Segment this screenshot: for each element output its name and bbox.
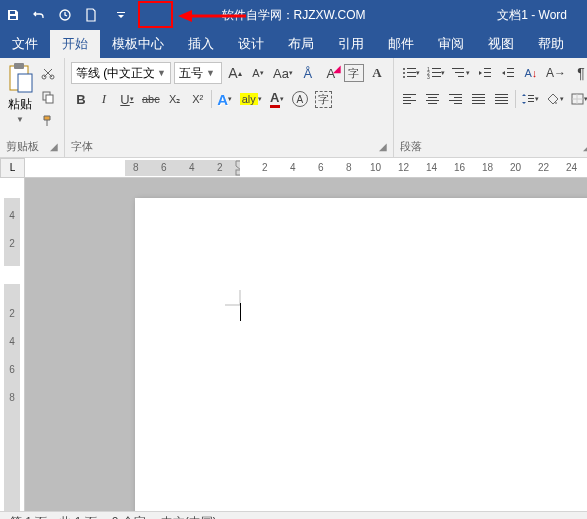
borders-button[interactable]: ▾ — [569, 88, 587, 110]
menu-help[interactable]: 帮助 — [526, 30, 576, 58]
svg-rect-27 — [507, 76, 514, 77]
annotation-highlight-box — [138, 1, 173, 28]
show-marks-button[interactable]: ¶ — [571, 62, 587, 84]
clear-format-button[interactable]: A◢ — [321, 62, 341, 84]
shading-button[interactable]: ▾ — [544, 88, 566, 110]
phonetic-button[interactable]: Å — [298, 62, 318, 84]
svg-rect-23 — [484, 72, 491, 73]
document-area[interactable] — [25, 178, 587, 511]
grow-font-button[interactable]: A▴ — [225, 62, 245, 84]
sort-button[interactable]: A↓ — [521, 62, 541, 84]
svg-rect-20 — [455, 72, 464, 73]
clipboard-launcher-icon[interactable]: ◢ — [50, 141, 58, 152]
cut-button[interactable] — [38, 62, 58, 84]
decrease-indent-button[interactable] — [475, 62, 495, 84]
font-color-button[interactable]: A▾ — [267, 88, 287, 110]
svg-rect-47 — [495, 103, 508, 104]
paste-label: 粘贴 — [8, 96, 32, 113]
shrink-font-button[interactable]: A▾ — [248, 62, 268, 84]
redo-icon[interactable] — [52, 0, 78, 30]
chevron-down-icon: ▼ — [206, 68, 215, 78]
align-left-button[interactable] — [400, 88, 420, 110]
menu-design[interactable]: 设计 — [226, 30, 276, 58]
superscript-button[interactable]: X² — [188, 88, 208, 110]
svg-rect-37 — [454, 97, 462, 98]
chevron-down-icon: ▼ — [157, 68, 166, 78]
format-painter-button[interactable] — [38, 110, 58, 132]
bullets-button[interactable]: ▾ — [400, 62, 422, 84]
menu-reference[interactable]: 引用 — [326, 30, 376, 58]
svg-rect-38 — [449, 100, 462, 101]
paste-button[interactable]: 粘贴 ▼ — [6, 62, 34, 124]
ruler-tick: 14 — [426, 162, 437, 173]
ruler-tick: 2 — [9, 308, 15, 319]
horizontal-ruler[interactable]: L 8 6 4 2 2 4 6 8 10 12 14 16 18 20 22 2… — [0, 158, 587, 178]
svg-rect-40 — [472, 94, 485, 95]
svg-rect-36 — [449, 94, 462, 95]
svg-rect-18 — [432, 76, 441, 77]
vertical-ruler[interactable]: 4 2 2 4 6 8 — [0, 178, 25, 511]
enclose-button[interactable]: 字 — [344, 64, 364, 82]
svg-rect-19 — [452, 68, 464, 69]
paragraph-launcher-icon[interactable]: ◢ — [583, 141, 587, 152]
save-icon[interactable] — [0, 0, 26, 30]
change-case-button[interactable]: Aa▾ — [271, 62, 295, 84]
qat-customize-dropdown[interactable] — [104, 0, 138, 30]
ruler-tick: 8 — [346, 162, 352, 173]
workspace: 4 2 2 4 6 8 — [0, 178, 587, 511]
status-language[interactable]: 中文(中国) — [161, 514, 217, 519]
menu-bar: 文件 开始 模板中心 插入 设计 布局 引用 邮件 审阅 视图 帮助 — [0, 30, 587, 58]
clipboard-group-label: 剪贴板 — [6, 139, 39, 154]
font-size-combo[interactable]: 五号▼ — [174, 62, 222, 84]
circled-char-button[interactable]: A — [290, 88, 310, 110]
line-spacing-button[interactable]: ▾ — [519, 88, 541, 110]
svg-rect-24 — [484, 76, 491, 77]
menu-template[interactable]: 模板中心 — [100, 30, 176, 58]
strikethrough-button[interactable]: abc — [140, 88, 162, 110]
menu-view[interactable]: 视图 — [476, 30, 526, 58]
italic-button[interactable]: I — [94, 88, 114, 110]
ruler-tick: 16 — [454, 162, 465, 173]
highlight-button[interactable]: aly▾ — [238, 88, 264, 110]
bold-button[interactable]: B — [71, 88, 91, 110]
multilevel-button[interactable]: ▾ — [450, 62, 472, 84]
svg-rect-41 — [472, 97, 485, 98]
copy-button[interactable] — [38, 86, 58, 108]
align-right-button[interactable] — [446, 88, 466, 110]
status-page[interactable]: 第 1 页，共 1 页 — [10, 514, 97, 519]
increase-indent-button[interactable] — [498, 62, 518, 84]
status-bar: 第 1 页，共 1 页 0 个字 中文(中国) — [0, 511, 587, 519]
subscript-button[interactable]: X₂ — [165, 88, 185, 110]
ruler-tick: 18 — [482, 162, 493, 173]
align-center-button[interactable] — [423, 88, 443, 110]
text-effects-button[interactable]: A▾ — [215, 88, 235, 110]
numbering-button[interactable]: 123▾ — [425, 62, 447, 84]
svg-rect-25 — [507, 68, 514, 69]
svg-rect-49 — [528, 98, 534, 99]
status-word-count[interactable]: 0 个字 — [112, 514, 146, 519]
font-launcher-icon[interactable]: ◢ — [379, 141, 387, 152]
ltr-button[interactable]: A→ — [544, 62, 568, 84]
underline-label: U — [120, 92, 129, 107]
align-justify-button[interactable] — [469, 88, 489, 110]
ruler-content-area: 2 4 6 8 10 12 14 16 18 20 22 24 — [240, 160, 587, 176]
new-doc-icon[interactable] — [78, 0, 104, 30]
menu-insert[interactable]: 插入 — [176, 30, 226, 58]
menu-review[interactable]: 审阅 — [426, 30, 476, 58]
menu-file[interactable]: 文件 — [0, 30, 50, 58]
font-name-combo[interactable]: 等线 (中文正文)▼ — [71, 62, 171, 84]
undo-icon[interactable] — [26, 0, 52, 30]
font-name-value: 等线 (中文正文) — [76, 65, 154, 82]
align-distributed-button[interactable] — [492, 88, 512, 110]
underline-button[interactable]: U▾ — [117, 88, 137, 110]
menu-home[interactable]: 开始 — [50, 30, 100, 58]
char-shading-button[interactable]: A — [367, 62, 387, 84]
page[interactable] — [135, 198, 587, 511]
char-border-button[interactable]: 字 — [313, 88, 334, 110]
svg-rect-32 — [426, 94, 439, 95]
menu-mail[interactable]: 邮件 — [376, 30, 426, 58]
ruler-tick: 24 — [566, 162, 577, 173]
menu-layout[interactable]: 布局 — [276, 30, 326, 58]
svg-rect-31 — [403, 103, 411, 104]
tab-selector[interactable]: L — [0, 158, 25, 178]
